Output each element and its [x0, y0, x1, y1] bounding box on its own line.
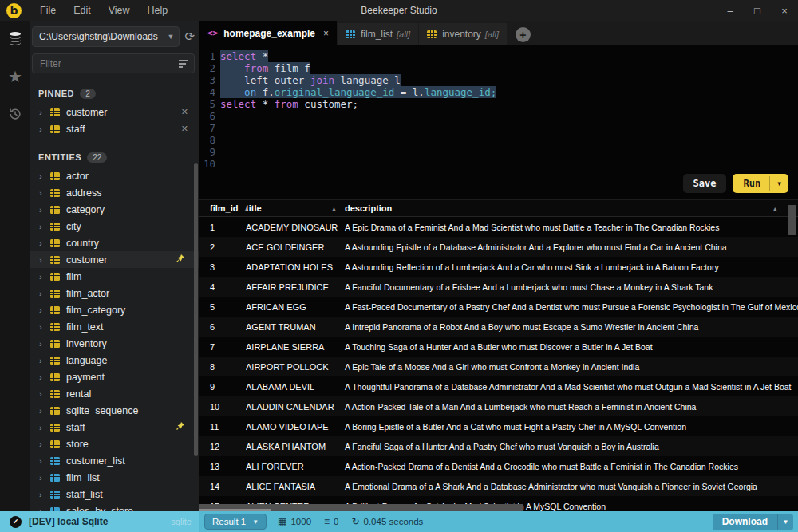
chevron-right-icon[interactable]: ›	[39, 490, 50, 499]
entity-name: staff	[66, 124, 85, 135]
refresh-icon[interactable]: ⟳	[184, 30, 195, 44]
chevron-right-icon[interactable]: ›	[39, 473, 50, 483]
chevron-right-icon[interactable]: ›	[39, 439, 50, 449]
sidebar-item-customer[interactable]: ›customer✕	[30, 104, 200, 120]
chevron-right-icon[interactable]: ›	[39, 289, 50, 298]
table-row[interactable]: 8AIRPORT POLLOCKA Epic Tale of a Moose A…	[200, 357, 798, 376]
table-row[interactable]: 12ALASKA PHANTOMA Fanciful Saga of a Hun…	[200, 436, 798, 456]
sidebar-item-customer_list[interactable]: ›customer_list	[30, 452, 200, 469]
chevron-right-icon[interactable]: ›	[39, 356, 50, 365]
sidebar-item-film[interactable]: ›film	[30, 268, 200, 285]
sidebar-item-film_category[interactable]: ›film_category	[30, 301, 200, 318]
new-tab-button[interactable]: +	[516, 27, 531, 42]
chevron-right-icon[interactable]: ›	[39, 222, 50, 231]
run-button[interactable]: Run ▼	[733, 174, 788, 193]
sidebar-item-staff_list[interactable]: ›staff_list	[30, 486, 200, 502]
chevron-right-icon[interactable]: ›	[39, 205, 50, 215]
close-icon[interactable]: ×	[323, 28, 329, 39]
column-header-film-id[interactable]: film_id ▲	[200, 203, 246, 213]
sidebar-item-inventory[interactable]: ›inventory	[30, 335, 200, 352]
run-button-label[interactable]: Run	[733, 174, 769, 193]
chevron-right-icon[interactable]: ›	[39, 238, 50, 248]
chevron-right-icon[interactable]: ›	[39, 108, 50, 117]
status-connection[interactable]: ✔ [DEV] local Sqlite sqlite	[0, 511, 200, 532]
sidebar-item-language[interactable]: ›language	[30, 352, 200, 368]
connection-dropdown[interactable]: C:\Users\ghstng\Downloads ▼	[32, 26, 180, 47]
table-row[interactable]: 14ALICE FANTASIAA Emotional Drama of a A…	[200, 476, 798, 496]
table-row[interactable]: 11ALAMO VIDEOTAPEA Boring Epistle of a B…	[200, 416, 798, 436]
table-row[interactable]: 10ALADDIN CALENDARA Action-Packed Tale o…	[200, 396, 798, 416]
run-dropdown-caret-icon[interactable]: ▼	[769, 176, 788, 191]
maximize-button[interactable]: □	[744, 0, 771, 21]
chevron-right-icon[interactable]: ›	[39, 124, 50, 134]
sidebar-item-actor[interactable]: ›actor	[30, 167, 200, 184]
chevron-right-icon[interactable]: ›	[39, 406, 50, 416]
sidebar-item-sqlite_sequence[interactable]: ›sqlite_sequence	[30, 402, 200, 419]
menu-file[interactable]: File	[31, 0, 65, 21]
table-row[interactable]: 4AFFAIR PREJUDICEA Fanciful Documentary …	[200, 277, 798, 297]
editor-line: 6	[200, 110, 798, 122]
pin-icon[interactable]	[176, 254, 185, 266]
tab-homepage_example[interactable]: <>homepage_example×	[200, 21, 337, 45]
sql-editor[interactable]: 1select *2 from film f3 left outer join …	[200, 45, 798, 199]
sidebar-item-film_text[interactable]: ›film_text	[30, 318, 200, 335]
menu-view[interactable]: View	[100, 0, 139, 21]
chevron-right-icon[interactable]: ›	[39, 188, 50, 198]
sidebar-item-rental[interactable]: ›rental	[30, 385, 200, 402]
favorites-star-icon[interactable]: ★	[8, 67, 22, 86]
database-icon[interactable]	[7, 30, 23, 46]
minimize-button[interactable]: –	[717, 0, 744, 21]
chevron-right-icon[interactable]: ›	[39, 423, 50, 432]
table-row[interactable]: 7AIRPLANE SIERRAA Touching Saga of a Hun…	[200, 337, 798, 357]
tab-film_list[interactable]: film_list[all]	[338, 23, 418, 45]
sidebar-item-film_list[interactable]: ›film_list	[30, 469, 200, 486]
sidebar-item-staff[interactable]: ›staff✕	[30, 120, 200, 137]
close-icon[interactable]: ✕	[181, 107, 188, 117]
table-row[interactable]: 1ACADEMY DINOSAURA Epic Drama of a Femin…	[200, 217, 798, 237]
column-header-title[interactable]: title ▲	[246, 203, 343, 213]
chevron-right-icon[interactable]: ›	[39, 255, 50, 265]
sidebar-item-customer[interactable]: ›customer	[30, 251, 200, 268]
close-button[interactable]: ×	[771, 0, 798, 21]
chevron-right-icon[interactable]: ›	[39, 456, 50, 466]
horizontal-scrollbar[interactable]	[200, 504, 523, 511]
chevron-right-icon[interactable]: ›	[39, 339, 50, 349]
sidebar-item-city[interactable]: ›city	[30, 218, 200, 234]
cell-film-id: 8	[200, 362, 246, 372]
download-button[interactable]: Download	[713, 514, 777, 530]
history-icon[interactable]	[8, 107, 22, 121]
table-row[interactable]: 6AGENT TRUMANA Intrepid Panorama of a Ro…	[200, 317, 798, 337]
table-row[interactable]: 5AFRICAN EGGA Fast-Paced Documentary of …	[200, 297, 798, 317]
sidebar-item-sales_by_store[interactable]: ›sales_by_store	[30, 502, 200, 511]
chevron-right-icon[interactable]: ›	[39, 389, 50, 399]
sidebar-item-payment[interactable]: ›payment	[30, 368, 200, 385]
chevron-right-icon[interactable]: ›	[39, 322, 50, 332]
filter-input[interactable]	[32, 53, 195, 73]
sidebar-item-film_actor[interactable]: ›film_actor	[30, 285, 200, 301]
save-button[interactable]: Save	[683, 174, 727, 193]
result-selector[interactable]: Result 1 ▼	[204, 514, 267, 530]
close-icon[interactable]: ✕	[181, 124, 188, 134]
download-dropdown-caret-icon[interactable]: ▼	[777, 514, 793, 530]
vertical-scrollbar[interactable]	[788, 205, 796, 235]
column-header-description[interactable]: description	[343, 203, 798, 213]
sidebar-item-country[interactable]: ›country	[30, 234, 200, 251]
pin-icon[interactable]	[176, 421, 185, 433]
chevron-right-icon[interactable]: ›	[39, 171, 50, 181]
tab-inventory[interactable]: inventory[all]	[419, 23, 507, 45]
chevron-right-icon[interactable]: ›	[39, 305, 50, 315]
table-row[interactable]: 2ACE GOLDFINGERA Astounding Epistle of a…	[200, 237, 798, 257]
menu-edit[interactable]: Edit	[65, 0, 100, 21]
menu-help[interactable]: Help	[139, 0, 177, 21]
table-row[interactable]: 13ALI FOREVERA Action-Packed Drama of a …	[200, 456, 798, 476]
table-row[interactable]: 9ALABAMA DEVILA Thoughtful Panorama of a…	[200, 376, 798, 396]
sidebar-item-category[interactable]: ›category	[30, 201, 200, 218]
sidebar-item-address[interactable]: ›address	[30, 184, 200, 201]
table-row[interactable]: 3ADAPTATION HOLESA Astounding Reflection…	[200, 257, 798, 277]
sidebar-item-staff[interactable]: ›staff	[30, 419, 200, 435]
chevron-right-icon[interactable]: ›	[39, 272, 50, 282]
chevron-right-icon[interactable]: ›	[39, 506, 50, 512]
sidebar-item-store[interactable]: ›store	[30, 435, 200, 452]
sidebar-scrollbar[interactable]	[194, 163, 198, 456]
chevron-right-icon[interactable]: ›	[39, 372, 50, 382]
